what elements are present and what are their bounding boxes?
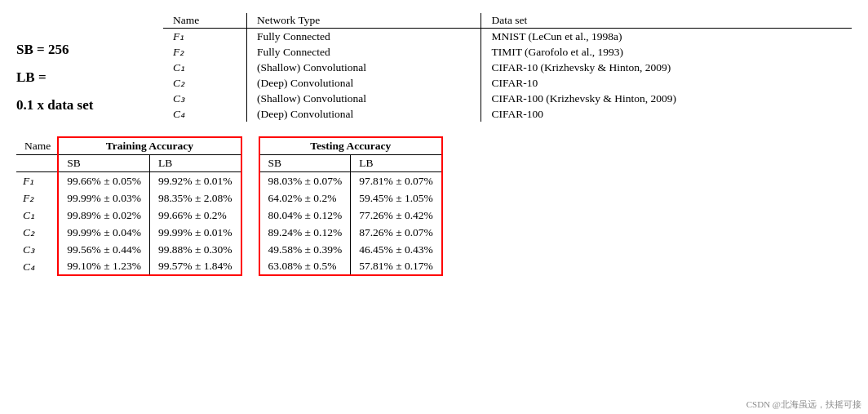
train-lb-header: LB [149,155,241,172]
test-sb-cell: 89.24% ± 0.12% [259,224,351,241]
train-sb-cell: 99.99% ± 0.04% [58,224,149,241]
acc-name-sub [16,155,58,172]
training-header: Training Accuracy [58,137,241,155]
info-header-network: Network Type [247,13,481,29]
info-network-cell: Fully Connected [247,29,481,45]
acc-name-cell: C₁ [16,207,58,224]
sep-cell [241,207,259,224]
info-name-cell: C₁ [163,60,247,75]
info-network-cell: (Shallow) Convolutional [247,91,481,106]
train-sb-cell: 99.99% ± 0.03% [58,189,149,207]
sep-cell [241,258,259,275]
info-dataset-cell: MNIST (LeCun et al., 1998a) [481,29,852,45]
acc-row: F₂ 99.99% ± 0.03% 98.35% ± 2.08% 64.02% … [16,189,442,207]
train-lb-cell: 99.57% ± 1.84% [149,258,241,275]
train-sb-cell: 99.56% ± 0.44% [58,241,149,258]
left-labels: SB = 256 LB = 0.1 x data set [16,13,163,119]
acc-row: F₁ 99.66% ± 0.05% 99.92% ± 0.01% 98.03% … [16,172,442,190]
test-sb-cell: 98.03% ± 0.07% [259,172,351,190]
test-lb-cell: 77.26% ± 0.42% [351,207,442,224]
train-lb-cell: 99.99% ± 0.01% [149,224,241,241]
info-row: F₁ Fully Connected MNIST (LeCun et al., … [163,29,852,45]
test-lb-cell: 59.45% ± 1.05% [351,189,442,207]
train-sb-cell: 99.66% ± 0.05% [58,172,149,190]
sb-label: SB = 256 [16,36,163,64]
info-dataset-cell: CIFAR-10 (Krizhevsky & Hinton, 2009) [481,60,852,75]
info-network-cell: (Deep) Convolutional [247,75,481,91]
acc-name-cell: F₂ [16,189,58,207]
test-sb-cell: 49.58% ± 0.39% [259,241,351,258]
testing-header: Testing Accuracy [259,137,442,155]
test-lb-cell: 97.81% ± 0.07% [351,172,442,190]
info-dataset-cell: CIFAR-100 [481,106,852,122]
acc-name-cell: C₄ [16,258,58,275]
acc-table: Name Training Accuracy Testing Accuracy … [16,136,443,276]
info-header-dataset: Data set [481,13,852,29]
test-sb-cell: 80.04% ± 0.12% [259,207,351,224]
info-name-cell: C₄ [163,106,247,122]
acc-name-cell: C₂ [16,224,58,241]
info-network-cell: (Shallow) Convolutional [247,60,481,75]
sep-cell [241,224,259,241]
sep-col [241,137,259,155]
info-dataset-cell: TIMIT (Garofolo et al., 1993) [481,44,852,60]
acc-row: C₁ 99.89% ± 0.02% 99.66% ± 0.2% 80.04% ±… [16,207,442,224]
info-row: C₃ (Shallow) Convolutional CIFAR-100 (Kr… [163,91,852,106]
test-sb-header: SB [259,155,351,172]
test-lb-header: LB [351,155,442,172]
info-row: C₁ (Shallow) Convolutional CIFAR-10 (Kri… [163,60,852,75]
train-lb-cell: 99.92% ± 0.01% [149,172,241,190]
info-header-name: Name [163,13,247,29]
info-name-cell: F₁ [163,29,247,45]
acc-row: C₂ 99.99% ± 0.04% 99.99% ± 0.01% 89.24% … [16,224,442,241]
train-lb-cell: 99.88% ± 0.30% [149,241,241,258]
info-row: C₄ (Deep) Convolutional CIFAR-100 [163,106,852,122]
info-row: F₂ Fully Connected TIMIT (Garofolo et al… [163,44,852,60]
sep-cell [241,189,259,207]
acc-name-cell: C₃ [16,241,58,258]
info-table: Name Network Type Data set F₁ Fully Conn… [163,13,852,122]
train-sb-cell: 99.89% ± 0.02% [58,207,149,224]
test-sb-cell: 64.02% ± 0.2% [259,189,351,207]
info-network-cell: (Deep) Convolutional [247,106,481,122]
top-section: SB = 256 LB = 0.1 x data set Name Networ… [16,13,852,122]
train-lb-cell: 98.35% ± 2.08% [149,189,241,207]
info-name-cell: C₃ [163,91,247,106]
info-network-cell: Fully Connected [247,44,481,60]
info-row: C₂ (Deep) Convolutional CIFAR-10 [163,75,852,91]
info-dataset-cell: CIFAR-100 (Krizhevsky & Hinton, 2009) [481,91,852,106]
watermark: CSDN @北海虽远，扶摇可接 [746,398,861,411]
acc-row: C₄ 99.10% ± 1.23% 99.57% ± 1.84% 63.08% … [16,258,442,275]
acc-row: C₃ 99.56% ± 0.44% 99.88% ± 0.30% 49.58% … [16,241,442,258]
test-lb-cell: 87.26% ± 0.07% [351,224,442,241]
sep-col2 [241,155,259,172]
test-lb-cell: 57.81% ± 0.17% [351,258,442,275]
sep-cell [241,172,259,190]
lb-label: LB = [16,64,163,91]
test-sb-cell: 63.08% ± 0.5% [259,258,351,275]
acc-name-header: Name [16,137,58,155]
acc-name-cell: F₁ [16,172,58,190]
info-dataset-cell: CIFAR-10 [481,75,852,91]
lb-desc: 0.1 x data set [16,91,163,119]
info-name-cell: F₂ [163,44,247,60]
sep-cell [241,241,259,258]
test-lb-cell: 46.45% ± 0.43% [351,241,442,258]
info-name-cell: C₂ [163,75,247,91]
train-sb-header: SB [58,155,149,172]
train-lb-cell: 99.66% ± 0.2% [149,207,241,224]
train-sb-cell: 99.10% ± 1.23% [58,258,149,275]
